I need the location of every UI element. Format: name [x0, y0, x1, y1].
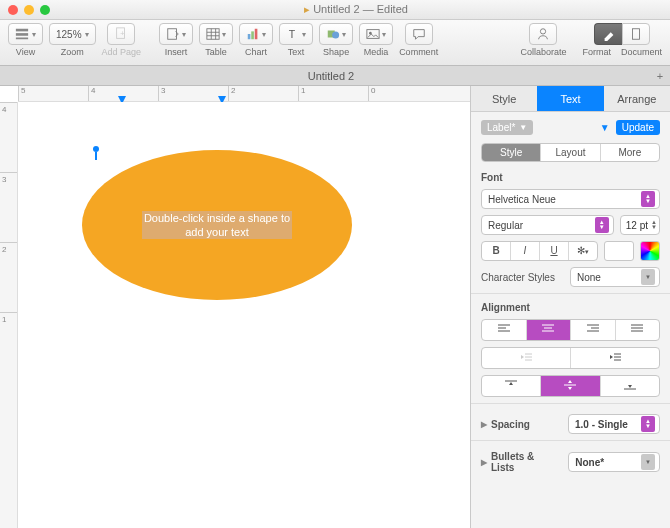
svg-rect-2: [16, 38, 28, 40]
valign-middle-button[interactable]: [540, 376, 599, 396]
oval-shape[interactable]: Double-click inside a shape toadd your t…: [82, 150, 352, 300]
new-tab-button[interactable]: +: [650, 70, 670, 82]
comment-button[interactable]: [405, 23, 433, 45]
indent-increase-button[interactable]: [570, 348, 659, 368]
align-justify-button[interactable]: [615, 320, 660, 340]
text-color-swatch[interactable]: [604, 241, 634, 261]
subtab-layout[interactable]: Layout: [540, 144, 599, 161]
window-title: ▸ Untitled 2 — Edited: [50, 3, 662, 16]
collaborate-label: Collaborate: [520, 47, 566, 57]
spacing-label: Spacing: [491, 419, 530, 430]
anchor-pin-icon[interactable]: [93, 146, 99, 160]
format-label: Format: [582, 47, 611, 57]
indent-decrease-button[interactable]: [482, 348, 570, 368]
inspector-tab-arrange[interactable]: Arrange: [604, 86, 670, 111]
chart-icon: [246, 27, 260, 41]
font-family-select[interactable]: Helvetica Neue▲▼: [481, 189, 660, 209]
collaborate-button[interactable]: [529, 23, 557, 45]
subtab-style[interactable]: Style: [482, 144, 540, 161]
align-center-button[interactable]: [526, 320, 571, 340]
subtab-more[interactable]: More: [600, 144, 659, 161]
ruler-tick: 4: [0, 102, 17, 172]
document-icon: [629, 27, 643, 41]
font-size-stepper[interactable]: 12 pt▲▼: [620, 215, 660, 235]
svg-rect-11: [248, 34, 251, 39]
italic-button[interactable]: I: [510, 242, 539, 260]
minimize-window-button[interactable]: [24, 5, 34, 15]
bold-button[interactable]: B: [482, 242, 510, 260]
update-style-button[interactable]: Update: [616, 120, 660, 135]
canvas-area[interactable]: 5 4 3 2 1 0 4 3 2 1 Double-click inside …: [0, 86, 470, 528]
svg-text:T: T: [289, 28, 296, 40]
inspector-tab-style[interactable]: Style: [471, 86, 537, 111]
media-label: Media: [364, 47, 389, 57]
add-page-icon: +: [114, 27, 128, 41]
spacing-disclosure-icon[interactable]: ▶: [481, 420, 487, 429]
document-tab-bar: Untitled 2 +: [0, 66, 670, 86]
document-button[interactable]: [622, 23, 650, 45]
zoom-window-button[interactable]: [40, 5, 50, 15]
chart-button[interactable]: ▾: [239, 23, 273, 45]
underline-button[interactable]: U: [539, 242, 568, 260]
shape-label: Shape: [323, 47, 349, 57]
format-icon: [602, 27, 616, 41]
svg-rect-13: [255, 29, 258, 40]
close-window-button[interactable]: [8, 5, 18, 15]
ruler-tick: 1: [0, 312, 17, 382]
titlebar: ▸ Untitled 2 — Edited: [0, 0, 670, 20]
document-label: Document: [621, 47, 662, 57]
svg-text:+: +: [120, 30, 124, 37]
valign-bottom-button[interactable]: [600, 376, 659, 396]
toolbar: ▾ View 125%▾ Zoom + Add Page ▾ Insert ▾ …: [0, 20, 670, 66]
window-controls: [8, 5, 50, 15]
style-disclosure-icon[interactable]: ▼: [600, 122, 610, 133]
ruler-tick: 2: [228, 86, 298, 101]
ruler-tick: 0: [368, 86, 438, 101]
media-icon: [366, 27, 380, 41]
bullets-disclosure-icon[interactable]: ▶: [481, 458, 487, 467]
color-picker-button[interactable]: [640, 241, 660, 261]
valign-top-icon: [505, 380, 517, 390]
font-weight-select[interactable]: Regular▲▼: [481, 215, 614, 235]
text-subtabs: Style Layout More: [481, 143, 660, 162]
insert-label: Insert: [165, 47, 188, 57]
ruler-tick: 3: [158, 86, 228, 101]
document-tab[interactable]: Untitled 2: [12, 70, 650, 82]
align-right-icon: [587, 324, 599, 334]
valign-top-button[interactable]: [482, 376, 540, 396]
shape-placeholder-text[interactable]: Double-click inside a shape toadd your t…: [142, 211, 292, 239]
horizontal-ruler[interactable]: 5 4 3 2 1 0: [18, 86, 470, 102]
text-button[interactable]: T▾: [279, 23, 313, 45]
svg-rect-12: [251, 31, 254, 39]
bullets-label: Bullets & Lists: [491, 451, 560, 473]
character-styles-select[interactable]: None▼: [570, 267, 660, 287]
view-button[interactable]: ▾: [8, 23, 43, 45]
zoom-select[interactable]: 125%▾: [49, 23, 96, 45]
view-icon: [15, 27, 29, 41]
insert-button[interactable]: ▾: [159, 23, 193, 45]
insert-icon: [166, 27, 180, 41]
valign-middle-icon: [564, 380, 576, 390]
alignment-section-label: Alignment: [481, 302, 660, 313]
add-page-button[interactable]: +: [107, 23, 135, 45]
bullets-select[interactable]: None*▼: [568, 452, 660, 472]
inspector-tab-text[interactable]: Text: [537, 86, 603, 111]
text-style-gear-button[interactable]: ✻▾: [568, 242, 597, 260]
ruler-tick: 5: [18, 86, 88, 101]
ruler-tick: 2: [0, 242, 17, 312]
align-left-button[interactable]: [482, 320, 526, 340]
shape-button[interactable]: ▾: [319, 23, 353, 45]
table-button[interactable]: ▾: [199, 23, 233, 45]
format-button[interactable]: [594, 23, 622, 45]
text-label: Text: [288, 47, 305, 57]
inspector-panel: Style Text Arrange Label*▼ ▼ Update Styl…: [470, 86, 670, 528]
add-page-label: Add Page: [102, 47, 142, 57]
align-right-button[interactable]: [570, 320, 615, 340]
character-styles-label: Character Styles: [481, 272, 555, 283]
media-button[interactable]: ▾: [359, 23, 393, 45]
vertical-ruler[interactable]: 4 3 2 1: [0, 102, 18, 528]
paragraph-style-picker[interactable]: Label*▼: [481, 120, 533, 135]
align-justify-icon: [631, 324, 643, 334]
spacing-select[interactable]: 1.0 - Single▲▼: [568, 414, 660, 434]
view-label: View: [16, 47, 35, 57]
